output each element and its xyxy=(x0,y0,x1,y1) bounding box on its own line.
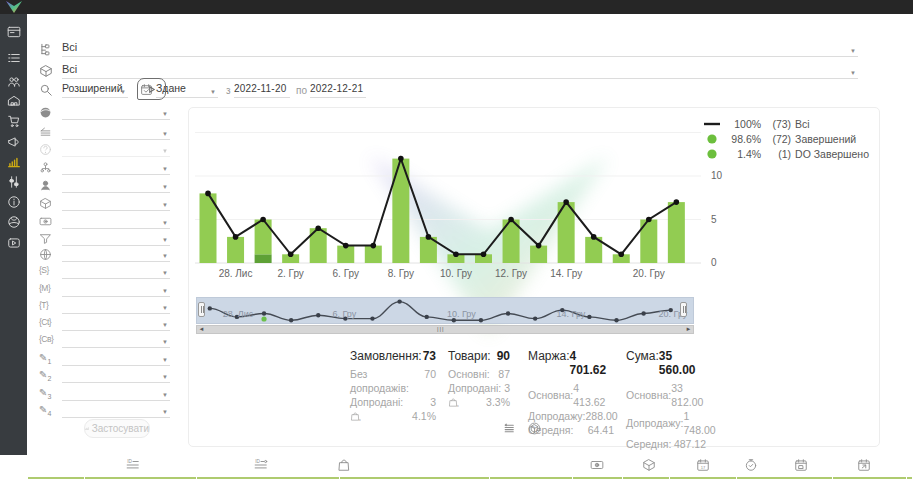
stat-sub-label: Основна: xyxy=(528,381,573,409)
filter-select-10[interactable]: ▼ xyxy=(62,262,170,279)
legend-item-завершений[interactable]: 98.6%(72)Завершений xyxy=(703,131,869,146)
sidebar-item-analytics-active[interactable] xyxy=(7,155,21,169)
sidebar-item-marketing[interactable] xyxy=(7,135,21,149)
search-mode-select[interactable]: Розширений ▼ xyxy=(62,81,128,98)
filter-s-icon: {S} xyxy=(39,265,54,280)
chevron-down-icon: ▼ xyxy=(162,144,168,159)
sidebar-item-info[interactable] xyxy=(7,195,21,209)
stopwatch-icon[interactable] xyxy=(744,458,758,472)
sidebar-item-warehouse[interactable] xyxy=(7,94,21,108)
filter-select-16[interactable]: ▼ xyxy=(62,366,170,383)
chart-scrollbar[interactable]: ◄ ||| ► xyxy=(196,325,694,334)
scroll-grip[interactable]: ||| xyxy=(437,326,445,333)
legend-count: (72) xyxy=(765,133,791,145)
stat-sub-value: 1 748.00 xyxy=(683,409,715,437)
bag-icon[interactable] xyxy=(337,458,351,472)
brush-axis-label: 6. Гру xyxy=(332,309,356,319)
filter-select-12[interactable]: ▼ xyxy=(62,297,170,314)
legend-percent: 1.4% xyxy=(725,148,761,160)
list-settings-toggle[interactable] xyxy=(503,422,516,435)
app-logo-icon[interactable] xyxy=(4,0,24,15)
filter-web-icon xyxy=(39,248,54,263)
sidebar-item-video-lessons[interactable] xyxy=(7,236,21,250)
table-header-cell-3 xyxy=(197,455,339,479)
stat-sub-value: 487.12 xyxy=(674,437,706,451)
money-icon[interactable] xyxy=(590,458,604,472)
filter-select-2[interactable]: ▼ xyxy=(62,123,170,140)
stat-sub-value: 3 xyxy=(430,395,436,409)
group-filter-select[interactable]: Всі ▼ xyxy=(62,40,858,57)
sidebar-item-cart[interactable] xyxy=(7,114,21,128)
calendar-export-icon[interactable] xyxy=(857,458,871,472)
filter-cв-icon: {Cв} xyxy=(39,334,54,349)
legend-item-всі[interactable]: 100%(73)Всі xyxy=(703,116,869,131)
legend-swatch xyxy=(703,122,721,126)
filter-m-icon: {M} xyxy=(39,283,54,298)
orders-chart: 051028. Лис2. Гру6. Гру8. Гру10. Гру12. … xyxy=(195,112,740,287)
filter-select-15[interactable]: ▼ xyxy=(62,349,170,366)
summary-stats: Замовлення:73Без допродажів:70Допродані:… xyxy=(350,349,706,451)
apply-filters-button[interactable]: Застосувати xyxy=(84,419,150,438)
brush-right-handle[interactable] xyxy=(680,302,687,317)
brush-left-handle[interactable] xyxy=(198,302,205,317)
stat-sub-label: Основна: xyxy=(626,381,671,409)
svg-text:20. Гру: 20. Гру xyxy=(633,268,665,279)
group-tree-icon xyxy=(39,42,54,57)
date-from-input[interactable]: 2022-11-20 xyxy=(234,81,290,98)
id-list-icon[interactable]: ID xyxy=(126,458,140,472)
filter-select-4[interactable]: ▼ xyxy=(62,158,170,175)
filter-person-icon xyxy=(39,179,54,194)
sidebar-item-automation-sliders[interactable] xyxy=(7,175,21,189)
svg-text:2. Гру: 2. Гру xyxy=(277,268,303,279)
filter-select-6[interactable]: ▼ xyxy=(62,194,170,211)
stat-sub-value: 64.41 xyxy=(588,423,614,437)
sidebar-item-order-list[interactable] xyxy=(7,51,21,65)
chevron-down-icon: ▼ xyxy=(120,85,126,100)
cube-circle-toggle[interactable] xyxy=(528,422,541,435)
id-ref-icon[interactable]: ID xyxy=(254,458,268,472)
svg-text:0: 0 xyxy=(711,257,717,268)
filter-select-9[interactable]: ▼ xyxy=(62,245,170,262)
filter-select-5[interactable]: ▼ xyxy=(62,176,170,193)
filter-select-17[interactable]: ▼ xyxy=(62,384,170,401)
chevron-down-icon: ▼ xyxy=(162,162,168,177)
filter-select-13[interactable]: ▼ xyxy=(62,314,170,331)
legend-item-do-завершено[interactable]: 1.4%(1)DO Завершено xyxy=(703,146,869,161)
filter-select-1[interactable]: ▼ xyxy=(62,103,170,120)
stat-value: 35 560.00 xyxy=(659,349,706,377)
sidebar-item-dashboard[interactable] xyxy=(7,25,21,39)
stats-column-3: Маржа:4 701.62Основна:4 413.62Допродажу:… xyxy=(528,349,614,451)
table-header-strip: IDID17 xyxy=(0,455,913,480)
product-filter-select[interactable]: Всі ▼ xyxy=(62,62,858,79)
product-box-icon xyxy=(39,64,54,79)
stat-sub-value: 4.1% xyxy=(412,409,436,423)
brush-axis-label: 14. Гру xyxy=(557,309,586,319)
sidebar-item-customers[interactable] xyxy=(7,75,21,89)
video-help-button[interactable] xyxy=(137,78,166,100)
cube-icon[interactable] xyxy=(642,458,656,472)
apply-filters-label: Застосувати xyxy=(92,423,149,434)
svg-text:ID: ID xyxy=(127,459,132,464)
stat-sub-label: Основні: xyxy=(448,367,490,381)
filter-select-3[interactable]: ▼ xyxy=(62,140,170,157)
stat-value: 4 701.62 xyxy=(570,349,614,377)
filter-select-18[interactable]: ▼ xyxy=(62,401,170,418)
table-header-cell-11 xyxy=(907,455,912,479)
scroll-left-icon[interactable]: ◄ xyxy=(197,326,206,333)
scroll-right-icon[interactable]: ► xyxy=(684,326,693,333)
filter-select-14[interactable]: ▼ xyxy=(62,331,170,348)
chart-range-brush[interactable]: 28. Лис6. Гру10. Гру14. Гру20. Гру xyxy=(196,297,694,324)
date-to-input[interactable]: 2022-12-21 xyxy=(310,81,366,98)
filter-select-8[interactable]: ▼ xyxy=(62,229,170,246)
sidebar-item-integrations[interactable] xyxy=(7,215,21,229)
stats-column-4: Сума:35 560.00Основна:33 812.00Допродажу… xyxy=(626,349,706,451)
analytics-page: Всі ▼ Всі ▼ Розширений ▼ Здане ▼ з 2022-… xyxy=(0,0,913,480)
filter-select-11[interactable]: ▼ xyxy=(62,280,170,297)
chevron-down-icon: ▼ xyxy=(162,335,168,350)
calendar-date-icon[interactable]: 17 xyxy=(696,458,710,472)
filter-select-7[interactable]: ▼ xyxy=(62,212,170,229)
calendar-bag-icon[interactable] xyxy=(794,458,808,472)
view-toggles xyxy=(503,422,541,435)
table-header-cell-4 xyxy=(340,455,489,479)
search-icon xyxy=(39,83,54,98)
